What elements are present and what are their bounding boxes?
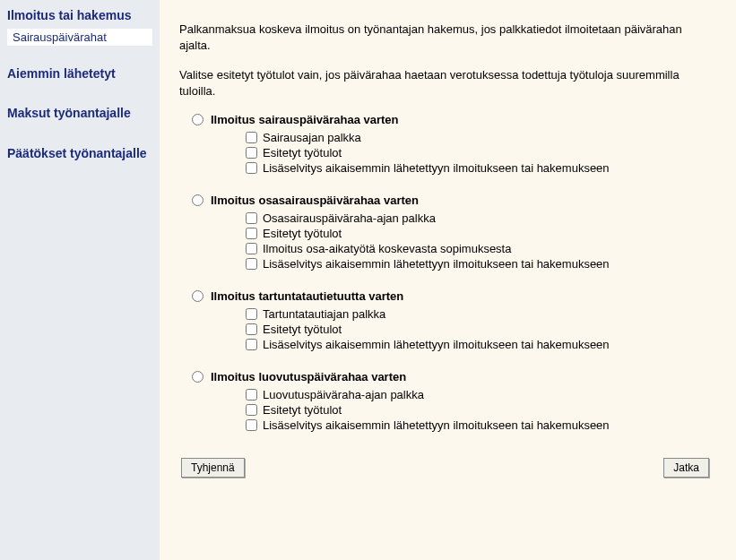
group-title-luovutuspaivaraha: Ilmoitus luovutuspäivärahaa varten xyxy=(211,370,406,383)
checkbox-osasairaus-palkka[interactable] xyxy=(246,212,257,224)
group-sairauspaivaraha: Ilmoitus sairauspäivärahaa varten Sairau… xyxy=(179,113,711,176)
continue-button[interactable]: Jatka xyxy=(663,458,709,478)
nav-maksut-tyonantajalle[interactable]: Maksut työnantajalle xyxy=(7,101,152,125)
checkbox-esitetyt-tyotulot-3[interactable] xyxy=(246,323,257,335)
nav-sub-sairauspaivarahat[interactable]: Sairauspäivärahat xyxy=(7,29,152,46)
group-title-tartuntatauti: Ilmoitus tartuntatautietuutta varten xyxy=(211,289,403,303)
option-label: Esitetyt työtulot xyxy=(263,227,342,240)
option-label: Lisäselvitys aikaisemmin lähetettyyn ilm… xyxy=(263,418,610,432)
checkbox-lisaselvitys-2[interactable] xyxy=(246,258,257,270)
intro-text: Palkanmaksua koskeva ilmoitus on työnant… xyxy=(179,22,711,99)
option-label: Esitetyt työtulot xyxy=(263,323,342,336)
option-label: Lisäselvitys aikaisemmin lähetettyyn ilm… xyxy=(263,161,610,175)
checkbox-tartuntatauti-palkka[interactable] xyxy=(246,308,257,320)
nav-aiemmin-lahetetyt[interactable]: Aiemmin lähetetyt xyxy=(7,62,152,85)
checkbox-esitetyt-tyotulot-2[interactable] xyxy=(246,228,257,239)
radio-luovutuspaivaraha[interactable] xyxy=(192,371,203,383)
checkbox-lisaselvitys-1[interactable] xyxy=(246,162,257,174)
nav-ilmoitus-tai-hakemus[interactable]: Ilmoitus tai hakemus xyxy=(7,4,152,27)
sidebar: Ilmoitus tai hakemus Sairauspäivärahat A… xyxy=(0,0,160,560)
option-label: Esitetyt työtulot xyxy=(263,146,342,159)
checkbox-sairausajan-palkka[interactable] xyxy=(246,132,257,143)
checkbox-lisaselvitys-3[interactable] xyxy=(246,339,257,350)
main-content: Palkanmaksua koskeva ilmoitus on työnant… xyxy=(160,0,736,560)
option-label: Esitetyt työtulot xyxy=(263,403,342,417)
group-osasairauspaivaraha: Ilmoitus osasairauspäivärahaa varten Osa… xyxy=(179,194,711,271)
group-luovutuspaivaraha: Ilmoitus luovutuspäivärahaa varten Luovu… xyxy=(179,370,711,433)
checkbox-esitetyt-tyotulot-1[interactable] xyxy=(246,147,257,159)
option-label: Tartuntatautiajan palkka xyxy=(263,307,385,321)
button-bar: Tyhjennä Jatka xyxy=(179,458,711,478)
intro-paragraph-2: Valitse esitetyt työtulot vain, jos päiv… xyxy=(179,67,711,99)
checkbox-esitetyt-tyotulot-4[interactable] xyxy=(246,404,257,416)
group-tartuntatauti: Ilmoitus tartuntatautietuutta varten Tar… xyxy=(179,289,711,352)
radio-osasairauspaivaraha[interactable] xyxy=(192,194,203,206)
group-title-sairauspaivaraha: Ilmoitus sairauspäivärahaa varten xyxy=(211,113,399,126)
clear-button[interactable]: Tyhjennä xyxy=(181,458,245,478)
option-label: Osasairauspäiväraha-ajan palkka xyxy=(263,211,436,225)
checkbox-osa-aikatyo-sopimus[interactable] xyxy=(246,243,257,254)
option-label: Lisäselvitys aikaisemmin lähetettyyn ilm… xyxy=(263,257,610,271)
option-label: Lisäselvitys aikaisemmin lähetettyyn ilm… xyxy=(263,338,610,351)
intro-paragraph-1: Palkanmaksua koskeva ilmoitus on työnant… xyxy=(179,22,711,53)
radio-tartuntatauti[interactable] xyxy=(192,290,203,302)
radio-sairauspaivaraha[interactable] xyxy=(192,114,203,125)
option-label: Luovutuspäiväraha-ajan palkka xyxy=(263,388,424,401)
checkbox-lisaselvitys-4[interactable] xyxy=(246,419,257,431)
option-label: Ilmoitus osa-aikatyötä koskevasta sopimu… xyxy=(263,242,511,255)
option-label: Sairausajan palkka xyxy=(263,131,361,144)
nav-paatokset-tyonantajalle[interactable]: Päätökset työnantajalle xyxy=(7,142,152,165)
checkbox-luovutus-palkka[interactable] xyxy=(246,389,257,401)
group-title-osasairauspaivaraha: Ilmoitus osasairauspäivärahaa varten xyxy=(211,194,419,207)
